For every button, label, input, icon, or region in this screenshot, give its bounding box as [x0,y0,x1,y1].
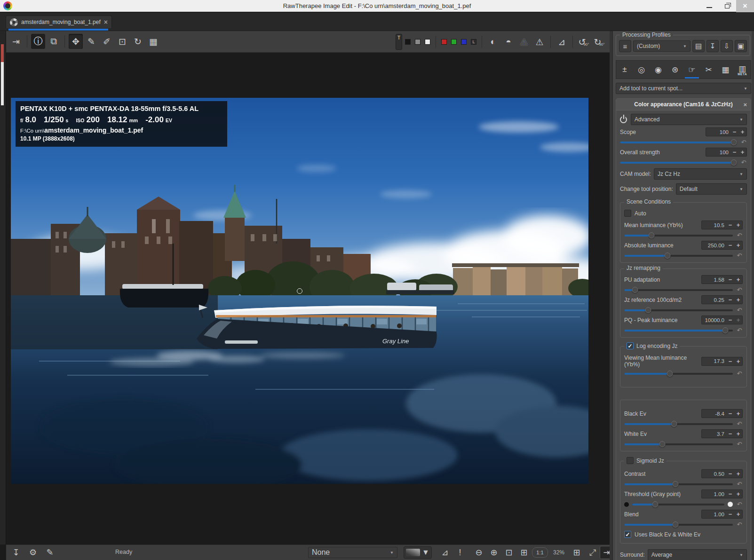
tab-close-icon[interactable]: × [104,18,108,26]
increment-button[interactable]: + [734,410,742,417]
complexity-select[interactable]: Advanced ▼ [631,114,747,125]
tool-close-icon[interactable]: × [743,101,747,108]
reset-icon[interactable]: ↶ [740,139,747,146]
increment-button[interactable]: + [734,296,742,303]
rotate-right-button[interactable]: ↻90° [592,34,606,49]
slider-track[interactable] [624,235,733,237]
increment-button[interactable]: + [734,511,742,518]
log-encoding-checkbox[interactable]: ✓ [627,342,634,349]
slider-knob[interactable] [730,159,737,166]
slider-knob[interactable] [648,232,654,238]
highlight-warning-button[interactable]: ⚠ [532,34,547,49]
increment-button[interactable]: + [734,242,742,249]
increment-button[interactable]: + [734,358,742,365]
slider-value[interactable]: 1.00 [702,512,726,517]
slider-value[interactable]: -8.4 [702,411,726,417]
increment-button[interactable]: + [738,128,746,135]
decrement-button[interactable]: − [726,430,734,437]
auto-checkbox[interactable] [624,210,631,217]
slider-value[interactable]: 1.58 [702,277,726,283]
decrement-button[interactable]: − [726,242,734,249]
add-tool-select[interactable]: Add tool to current spot... ▼ [616,83,751,94]
slider-knob[interactable] [659,441,665,447]
slider-knob[interactable] [730,139,737,145]
decrement-button[interactable]: − [726,490,734,497]
slider-track[interactable] [632,504,724,505]
slider-value[interactable]: 100 [706,129,730,135]
perspective-tool-button[interactable]: ▦ [146,34,160,49]
reset-icon[interactable]: ↶ [736,501,743,508]
image-tab[interactable]: amsterdam_moving_boat_1.pef × [6,16,112,28]
slider-value[interactable]: 10000.0 [702,317,726,323]
profile-fill-mode-button[interactable]: ≡ [619,40,631,52]
uses-bw-ev-checkbox[interactable]: ✓ [624,531,631,538]
tab-detail[interactable]: ◎ [633,61,650,79]
tab-transform[interactable]: ✂ [700,61,717,79]
save-image-button[interactable]: ↧ [9,546,23,559]
slider-knob[interactable] [632,287,638,293]
slider-knob[interactable] [652,501,659,507]
power-toggle-icon[interactable] [620,116,627,123]
reset-icon[interactable]: ↶ [736,232,743,239]
slider-track[interactable] [624,289,733,291]
slider-knob[interactable] [722,327,728,333]
tab-raw[interactable]: ▦ [717,61,734,79]
decrement-button[interactable]: − [726,410,734,417]
slider-knob[interactable] [672,481,678,487]
reset-icon[interactable]: ↶ [736,481,743,488]
increment-button[interactable]: + [734,316,742,323]
neutral-white-swatch[interactable] [425,39,430,45]
slider-track[interactable] [624,373,733,375]
highlight-clip-button[interactable]: ◓ [501,34,516,49]
slider-value[interactable]: 3.7 [702,431,726,437]
reset-icon[interactable]: ↶ [736,370,743,377]
straighten-tool-button[interactable]: ↻ [131,34,145,49]
slider-track[interactable] [624,524,733,526]
slider-track[interactable] [624,443,733,445]
auto-checkbox-row[interactable]: Auto [620,207,746,219]
slider-track[interactable] [624,330,733,331]
color-picker-button[interactable]: ✐ [100,34,114,49]
decrement-button[interactable]: − [726,296,734,303]
log-encoding-legend[interactable]: ✓ Log encoding Jz [624,342,680,349]
increment-button[interactable]: + [734,430,742,437]
tab-color[interactable]: ◉ [650,61,667,79]
slider-value[interactable]: 0.50 [702,471,726,477]
reset-icon[interactable]: ↶ [736,441,743,448]
tab-exposure[interactable]: ± [616,61,633,79]
tool-position-select[interactable]: Default ▼ [676,183,747,195]
neutral-black-swatch[interactable] [405,39,411,45]
zoom-in-button[interactable]: ⊕ [487,546,501,559]
collapsed-left-panel[interactable] [0,31,6,544]
reset-icon[interactable]: ↶ [736,420,743,427]
increment-button[interactable]: + [738,149,746,156]
panel-scrollbar[interactable] [752,31,754,560]
reset-icon[interactable]: ↶ [740,159,747,166]
green-channel-swatch[interactable] [451,39,457,45]
slider-knob[interactable] [667,371,673,377]
paste-profile-button[interactable]: ⇩ [721,40,733,52]
tool-header[interactable]: Color appearance (Cam16 & JzCzHz) × [616,99,751,110]
slider-value[interactable]: 0.25 [702,297,726,303]
restore-button[interactable] [718,0,736,12]
blue-channel-swatch[interactable] [461,39,467,45]
decrement-button[interactable]: − [726,316,734,323]
sigmoid-legend[interactable]: Sigmoid Jz [624,457,667,464]
slider-value[interactable]: 10.5 [702,222,726,228]
slider-track[interactable] [624,423,733,425]
before-after-button[interactable]: ⧉ [47,34,61,49]
profile-select[interactable]: (Custom) ▼ [633,40,691,52]
hand-pan-button[interactable]: ✥ [69,34,83,49]
photo-image[interactable]: Gray Line PENTAX K10D + smc PENTAX-DA 18… [11,98,588,484]
reset-icon[interactable]: ↶ [736,286,743,293]
decrement-button[interactable]: − [726,276,734,283]
slider-track[interactable] [620,162,737,164]
increment-button[interactable]: + [734,490,742,497]
add-crop-button[interactable]: ⊞ [570,546,584,559]
slider-value[interactable]: 1.00 [702,491,726,497]
reset-icon[interactable]: ↶ [736,307,743,314]
rotate-left-button[interactable]: ↺90° [577,34,591,49]
reset-icon[interactable]: ↶ [736,521,743,528]
slider-knob[interactable] [672,521,678,528]
load-profile-button[interactable]: ▤ [692,40,705,52]
